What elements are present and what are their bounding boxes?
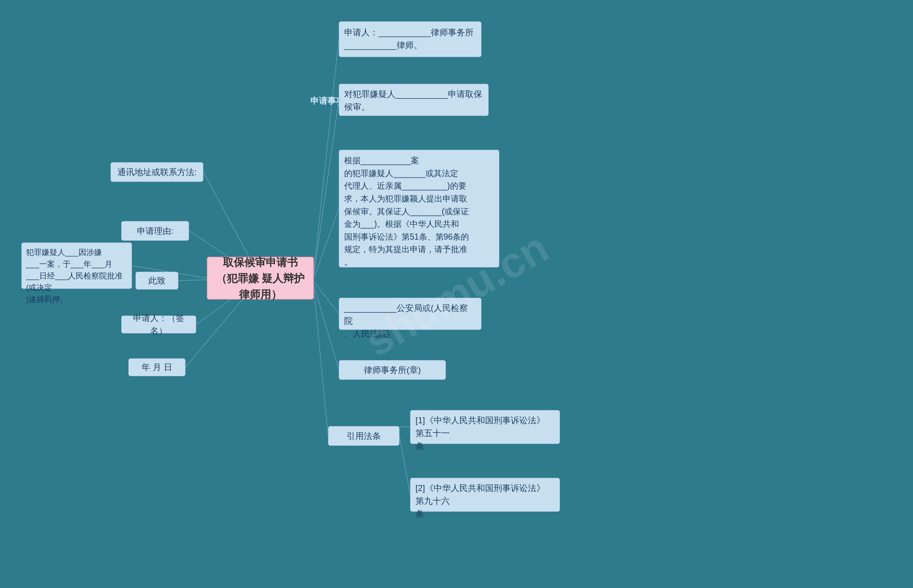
svg-line-11 [314,289,328,436]
body-text-node: 根据___________案 的犯罪嫌疑人_______或其法定 代理人、近亲属… [339,150,499,267]
date-node: 年 月 日 [128,359,186,376]
svg-line-10 [314,285,339,370]
svg-line-8 [314,208,339,278]
applicant-info-node: 申请人：___________律师事务所 ___________律师。 [339,21,482,57]
reason-node: 申请理由: [121,221,189,241]
mindmap-container: 取保候审申请书（犯罪嫌 疑人辩护律师用） 犯罪嫌疑人___因涉嫌 ___一案，于… [0,0,913,588]
request-matter-node: 对犯罪嫌疑人___________申请取保 候审。 [339,84,489,116]
suspect-node: 犯罪嫌疑人___因涉嫌 ___一案，于___年___月 ___日经___人民检察… [21,242,132,289]
svg-line-6 [314,39,339,271]
applicant-sign-node: 申请人：（签名） [121,316,196,333]
zhici-node: 此致 [136,272,178,289]
svg-line-7 [314,100,339,275]
law-ref1-node: [1]《中华人民共和国刑事诉讼法》 第五十一 条 [410,410,560,444]
center-node: 取保候审申请书（犯罪嫌 疑人辩护律师用） [207,257,314,299]
contact-node: 通讯地址或联系方法: [111,162,203,182]
yinyong-node: 引用法条 [328,426,399,446]
svg-line-9 [314,282,339,314]
law-firm-node: 律师事务所(章) [339,360,446,380]
law-ref2-node: [2]《中华人民共和国刑事诉讼法》 第九十六 条 [410,478,560,512]
svg-line-13 [399,436,410,494]
police-node: ___________公安局或(人民检察院 、人民法院) [339,298,482,330]
